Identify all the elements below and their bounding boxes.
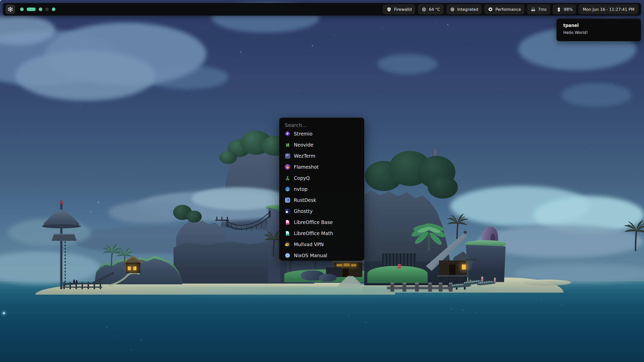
breakwater-beam [387,287,453,289]
stilt-hut-railing [466,259,476,260]
app-menu-button[interactable] [6,5,15,14]
power-profile-label: Performance [495,7,521,12]
copyq-icon [285,175,291,181]
app-row-libreoffice-math[interactable]: LibreOffice Math [279,228,364,239]
app-list: Stremio Neovide $W WezTerm [279,128,364,261]
workspace-dot-5[interactable] [52,8,55,11]
app-label: Mullvad VPN [294,242,324,247]
flameshot-icon [285,164,291,170]
status-widgets: Firewalld 64 °C [383,4,638,14]
app-row-flameshot[interactable]: Flameshot [279,161,364,172]
ghostty-icon [285,208,291,214]
shield-icon [386,7,392,12]
breakwater-post [415,283,419,292]
breakwater-post [390,283,394,292]
cloud [561,83,631,107]
app-row-copyq[interactable]: CopyQ [279,172,364,184]
battery-widget[interactable]: 98% [553,4,576,14]
app-row-libreoffice-base[interactable]: LibreOffice Base [279,217,364,228]
dock-post [94,282,95,289]
neovide-icon [285,142,291,148]
app-row-nvtop[interactable]: nvtop [279,184,364,195]
cpu-temp-widget[interactable]: 64 °C [418,4,444,14]
app-label: nvtop [294,186,307,192]
breakwater-post [428,283,432,292]
dock-post [82,282,83,289]
app-label: WezTerm [294,153,315,159]
breakwater-post [439,283,442,292]
lit-window [337,264,342,266]
libreoffice-base-icon [285,219,291,225]
router-icon [531,7,536,12]
workspace-dot-1[interactable] [20,8,24,11]
banana-plant [410,217,448,252]
tree [428,176,458,199]
breakwater-post [403,283,406,292]
search-input[interactable] [285,122,359,128]
stilt-hut-finial [464,231,467,234]
snowflake-logo-icon [7,6,13,12]
firewall-widget[interactable]: Firewalld [383,4,415,14]
gpu-label: Integrated [457,7,478,12]
app-row-mullvad-vpn[interactable]: Mullvad VPN [279,239,364,250]
firewall-label: Firewalld [394,7,412,12]
nvtop-icon [285,186,291,192]
app-label: Flameshot [294,164,319,170]
app-label: Ghostty [294,208,312,214]
lit-window [128,266,131,270]
lit-window [133,266,136,270]
village-hut-door [343,268,349,277]
workspace-dot-3[interactable] [39,8,42,11]
tree [219,151,237,164]
rustdesk-icon [285,197,291,203]
app-label: Neovide [294,142,313,148]
watchtower-platform [52,234,77,241]
dock-post [100,282,101,289]
app-label: LibreOffice Base [294,219,333,225]
tree [187,211,202,223]
libreoffice-math-icon [285,230,291,236]
sitting-figure [76,280,77,283]
app-row-rustdesk[interactable]: RustDesk [279,195,364,206]
workspace-dot-4[interactable] [45,8,49,11]
gpu-widget[interactable]: Integrated [446,4,482,14]
app-label: RustDesk [294,197,316,203]
cpu-temp-label: 64 °C [429,7,440,12]
stremio-icon [285,131,291,137]
app-row-nixos-manual[interactable]: NixOS Manual [279,250,364,261]
bridge-railing-post [216,217,217,221]
bridge-railing-post [221,217,222,221]
app-label: CopyQ [294,175,310,181]
watchtower-chain [65,241,66,286]
cpu-temp-icon [421,7,427,12]
workspace-indicators [20,8,55,11]
desktop: Firewalld 64 °C [0,0,644,362]
app-row-neovide[interactable]: Neovide [279,139,364,150]
wallpaper-grass-slope [367,266,428,283]
water-sparkles [0,0,1,1]
app-launcher: Stremio Neovide $W WezTerm [279,118,364,261]
wezterm-icon: $W [285,153,291,159]
nixos-manual-icon [285,252,291,258]
notification-body: Hello World! [563,30,634,35]
network-latency-widget[interactable]: 7ms [527,4,550,14]
palm-tree [444,208,472,243]
battery-icon [556,7,561,12]
app-row-ghostty[interactable]: Ghostty [279,206,364,217]
notification-popup[interactable]: tpanel Hello World! [556,19,641,41]
app-row-stremio[interactable]: Stremio [279,128,364,139]
workspace-dot-2-focused[interactable] [27,8,36,11]
app-label: Stremio [294,131,312,137]
app-label: LibreOffice Math [294,231,333,236]
power-profile-widget[interactable]: Performance [484,4,524,14]
dock-post [63,282,65,289]
cloud [377,54,438,74]
glow-firefly [3,312,5,314]
watchtower-roof-brim [42,224,81,228]
boulder [319,274,337,282]
clock-widget[interactable]: Mon Jun 16 - 11:27:41 PM [579,4,638,14]
wallpaper-sand-spit [523,280,571,286]
top-panel: Firewalld 64 °C [3,3,641,16]
lit-window [344,263,350,266]
app-row-wezterm[interactable]: $W WezTerm [279,150,364,161]
